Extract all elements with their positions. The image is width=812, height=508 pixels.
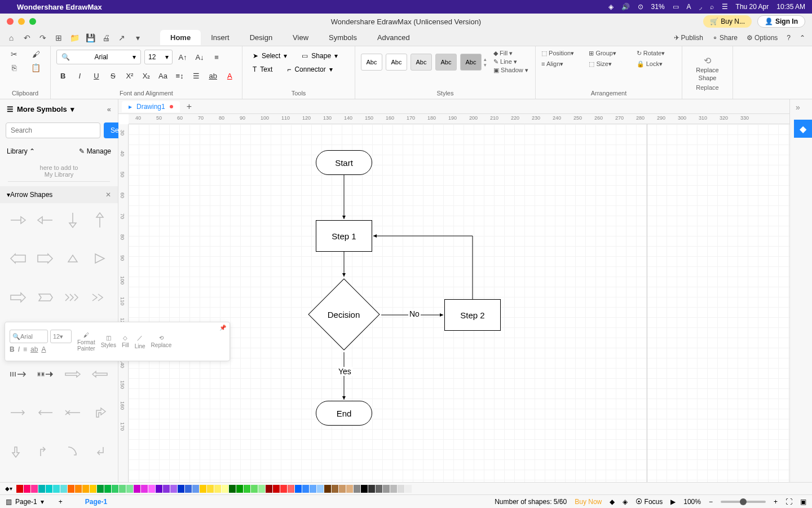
collapse-ribbon-button[interactable]: ⌃ [800,34,805,42]
color-swatch[interactable] [46,485,52,493]
mini-highlight[interactable]: ab [30,345,38,353]
color-swatch[interactable] [192,485,199,493]
sign-in-button[interactable]: 👤 Sign In [757,15,805,28]
color-swatch[interactable] [405,485,412,493]
color-swatch[interactable] [244,485,250,493]
format-panel-button[interactable]: ◆ [794,120,812,138]
focus-button[interactable]: ⦿ Focus [636,498,663,506]
paste-button[interactable]: 📋 [28,63,45,72]
arrow-shape-thumb[interactable] [87,209,112,231]
color-swatch[interactable] [97,485,104,493]
increase-font-button[interactable]: A↑ [176,50,189,64]
page-select[interactable]: Page-1 [15,498,37,506]
connector-tool[interactable]: ⌐ Connector ▾ [283,63,337,76]
more-symbols-label[interactable]: More Symbols [17,105,67,113]
color-swatch[interactable] [280,485,287,493]
fit-page-icon[interactable]: ⛶ [785,498,792,506]
case-button[interactable]: Aa [156,69,170,83]
more-symbols-dropdown-icon[interactable]: ▾ [70,105,74,113]
open-button[interactable]: 📁 [69,33,80,42]
undo-button[interactable]: ↶ [21,33,33,42]
arrow-shape-thumb[interactable] [33,247,58,270]
color-swatch[interactable] [236,485,243,493]
align-button[interactable]: ≡ [210,50,223,64]
style-sample-2[interactable]: Abc [386,54,407,71]
mini-color[interactable]: A [41,345,46,353]
group-button[interactable]: ⊞ Group▾ [589,50,628,57]
color-swatch[interactable] [346,485,353,493]
hamburger-icon[interactable]: ☰ [7,105,14,113]
arrow-shape-thumb[interactable] [60,286,85,309]
color-swatch[interactable] [170,485,177,493]
format-painter-button[interactable]: 🖌 [28,50,45,59]
play-button[interactable]: ▶ [670,498,676,506]
end-shape[interactable]: End [316,401,372,426]
library-label[interactable]: Library ⌃ [7,147,35,155]
start-shape[interactable]: Start [316,150,372,175]
wifi-icon[interactable]: ◞ [699,3,702,11]
color-swatch[interactable] [163,485,170,493]
replace-shape-icon[interactable]: ⟲ [704,55,711,66]
color-swatch[interactable] [354,485,360,493]
style-up[interactable]: ▴ [484,56,487,62]
color-swatch[interactable] [119,485,126,493]
arrow-shape-thumb[interactable] [33,363,58,386]
home-icon[interactable]: ⌂ [6,33,17,42]
rotate-button[interactable]: ↻ Rotate▾ [637,50,676,57]
color-swatch[interactable] [90,485,96,493]
color-swatch[interactable] [332,485,338,493]
mini-replace[interactable]: ⟲Replace [151,335,172,348]
search-icon[interactable]: ⌕ [710,3,714,11]
mini-fill[interactable]: ◇Fill [122,335,129,348]
color-swatch[interactable] [60,485,67,493]
maximize-window-button[interactable] [29,18,36,25]
arrow-shape-thumb[interactable] [6,286,30,309]
mini-bold[interactable]: B [10,345,15,353]
control-center-icon[interactable]: ☰ [722,3,728,11]
color-swatch[interactable] [156,485,162,493]
color-swatch[interactable] [258,485,265,493]
color-swatch[interactable] [148,485,155,493]
color-swatch[interactable] [266,485,272,493]
page-view-icon[interactable]: ▥ [6,498,12,506]
collapse-left-panel[interactable]: « [107,105,111,113]
symbol-search-input[interactable] [6,122,100,138]
color-swatch[interactable] [273,485,280,493]
color-swatch[interactable] [134,485,140,493]
close-window-button[interactable] [7,18,14,25]
arrow-shape-thumb[interactable] [60,440,85,463]
style-down[interactable]: ▾ [484,62,487,68]
export-button[interactable]: ↗ [116,33,127,42]
color-swatch[interactable] [16,485,23,493]
arrow-shape-thumb[interactable] [33,440,58,463]
color-swatch[interactable] [229,485,236,493]
help-button[interactable]: ? [787,34,791,42]
font-size-select[interactable]: 12 ▾ [144,50,173,64]
font-family-select[interactable]: 🔍 Arial ▾ [56,50,141,64]
mini-line[interactable]: ／Line [135,334,145,349]
arrow-shape-thumb[interactable] [33,209,58,231]
color-swatch[interactable] [38,485,45,493]
publish-button[interactable]: ✈ Publish [674,34,703,42]
replace-shape-label[interactable]: Replace Shape [696,66,718,82]
more-button[interactable]: ▾ [132,33,143,42]
mini-align[interactable]: ≡ [23,345,27,353]
decrease-font-button[interactable]: A↓ [193,50,206,64]
tab-view[interactable]: View [283,30,319,45]
add-page-button[interactable]: + [59,498,63,506]
mini-size-select[interactable]: 12 ▾ [50,330,72,343]
share-button[interactable]: ⚬ Share [712,34,738,42]
time[interactable]: 10:35 AM [776,3,805,11]
zoom-out[interactable]: − [709,498,713,506]
color-swatch[interactable] [185,485,192,493]
minimize-window-button[interactable] [18,18,25,25]
options-button[interactable]: ⚙ Options [747,34,778,42]
input-icon[interactable]: A [687,3,691,11]
arrow-shape-thumb[interactable] [33,401,58,424]
text-tool[interactable]: T Text [248,63,277,76]
arrow-shape-thumb[interactable] [60,401,85,424]
buy-now-button[interactable]: 🛒 Buy N... [703,15,752,28]
color-swatch[interactable] [339,485,346,493]
color-swatch[interactable] [390,485,397,493]
color-swatch[interactable] [178,485,184,493]
